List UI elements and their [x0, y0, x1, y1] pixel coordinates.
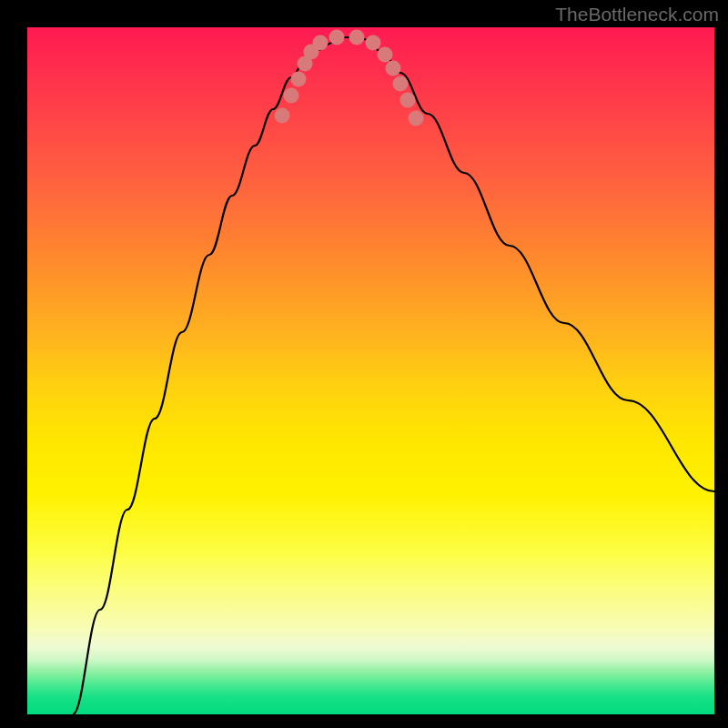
- marker-dot: [329, 30, 345, 46]
- chart-svg: [27, 27, 714, 714]
- marker-dot: [284, 88, 299, 104]
- left-curve: [73, 37, 346, 714]
- marker-dot: [409, 111, 424, 126]
- plot-area: [27, 27, 714, 714]
- marker-dot: [275, 108, 290, 124]
- marker-dot: [291, 72, 307, 87]
- marker-dot: [386, 61, 401, 76]
- bottom-dots: [275, 30, 424, 126]
- right-curve: [346, 37, 714, 491]
- marker-dot: [349, 30, 365, 46]
- marker-dot: [400, 93, 416, 108]
- marker-dot: [378, 47, 393, 63]
- marker-dot: [313, 35, 329, 51]
- marker-dot: [366, 35, 381, 51]
- marker-dot: [393, 76, 409, 92]
- watermark: TheBottleneck.com: [555, 4, 719, 25]
